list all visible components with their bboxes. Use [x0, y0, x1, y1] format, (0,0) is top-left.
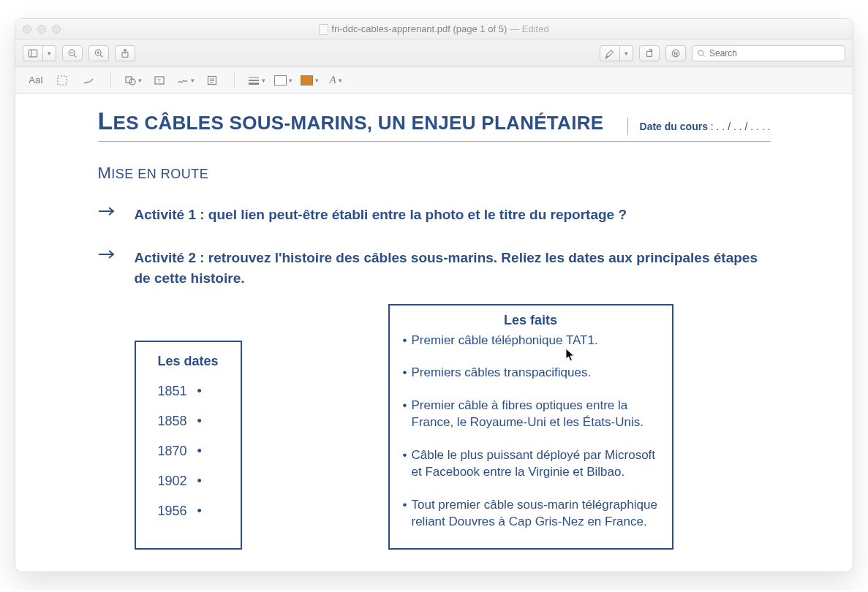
date-field: Date du cours : . . / . . / . . . . — [627, 118, 771, 135]
date-item: 1902• — [158, 474, 219, 489]
document-header: LES CÂBLES SOUS-MARINS, UN ENJEU PLANÉTA… — [98, 107, 771, 142]
border-color-tool[interactable]: ▾ — [271, 72, 295, 89]
shapes-tool[interactable]: ▾ — [121, 72, 145, 89]
svg-point-17 — [129, 79, 135, 85]
svg-rect-0 — [29, 50, 37, 57]
dates-box: Les dates 1851• 1858• 1870• 1902• 1956• — [135, 341, 242, 550]
activity-1-text: Activité 1 : quel lien peut-être établi … — [135, 205, 627, 226]
text-style-tool[interactable]: AaI — [24, 72, 48, 89]
svg-text:T: T — [157, 77, 161, 84]
font-tool[interactable]: A▾ — [324, 72, 347, 89]
section-heading: MISE EN ROUTE — [98, 164, 771, 183]
window-title-text: fri-ddc-cables-apprenant.pdf (page 1 of … — [331, 23, 507, 34]
rotate-button[interactable] — [639, 45, 660, 61]
svg-rect-15 — [58, 76, 67, 85]
svg-line-14 — [703, 54, 705, 56]
svg-rect-11 — [647, 51, 652, 56]
facts-heading: Les faits — [403, 313, 659, 328]
fact-item: •Tout premier câble sous-marin télégraph… — [403, 497, 659, 531]
share-button[interactable] — [115, 45, 135, 61]
activity-2-text: Activité 2 : retrouvez l'histoire des câ… — [135, 248, 771, 289]
draw-tool[interactable] — [77, 72, 100, 89]
fact-item: •Premier câble téléphonique TAT1. — [403, 333, 659, 349]
date-item: 1870• — [158, 444, 219, 459]
border-style-tool[interactable]: ▾ — [245, 72, 268, 89]
date-item: 1858• — [158, 414, 219, 429]
date-item: 1851• — [158, 384, 219, 399]
sign-tool[interactable]: ▾ — [174, 72, 197, 89]
markup-toolbar: AaI ▾ T ▾ ▾ ▾ ▾ — [15, 67, 853, 94]
facts-box: Les faits •Premier câble téléphonique TA… — [388, 304, 673, 550]
window-edited-label: — Edited — [510, 23, 548, 34]
dates-heading: Les dates — [158, 354, 219, 369]
arrow-icon — [98, 206, 116, 219]
matching-exercise: Les dates 1851• 1858• 1870• 1902• 1956• … — [98, 304, 771, 550]
document-icon — [319, 24, 328, 35]
zoom-in-button[interactable] — [88, 45, 109, 61]
selection-tool[interactable] — [50, 72, 74, 89]
sidebar-toggle-button[interactable] — [23, 45, 43, 61]
pdf-page: LES CÂBLES SOUS-MARINS, UN ENJEU PLANÉTA… — [76, 107, 793, 550]
highlight-menu-button[interactable]: ▾ — [620, 45, 633, 61]
search-input[interactable] — [709, 48, 840, 58]
fact-item: •Premiers câbles transpacifiques. — [403, 365, 659, 382]
fact-item: •Premier câble à fibres optiques entre l… — [403, 398, 659, 431]
document-title: LES CÂBLES SOUS-MARINS, UN ENJEU PLANÉTA… — [98, 107, 616, 135]
svg-point-13 — [698, 50, 703, 55]
main-toolbar: ▾ ▾ — [15, 39, 853, 67]
fill-color-tool[interactable]: ▾ — [298, 72, 321, 89]
markup-button[interactable] — [665, 45, 686, 61]
fact-item: •Câble le plus puissant déployé par Micr… — [403, 447, 659, 481]
note-tool[interactable] — [200, 72, 224, 89]
titlebar: fri-ddc-cables-apprenant.pdf (page 1 of … — [15, 19, 853, 39]
search-field[interactable] — [692, 45, 845, 61]
arrow-icon — [98, 249, 116, 262]
document-viewport[interactable]: LES CÂBLES SOUS-MARINS, UN ENJEU PLANÉTA… — [15, 94, 853, 572]
sidebar-menu-button[interactable]: ▾ — [43, 45, 56, 61]
activity-2: Activité 2 : retrouvez l'histoire des câ… — [98, 248, 771, 289]
date-item: 1956• — [158, 504, 219, 519]
window-title: fri-ddc-cables-apprenant.pdf (page 1 of … — [15, 23, 853, 34]
preview-window: fri-ddc-cables-apprenant.pdf (page 1 of … — [15, 18, 853, 572]
zoom-out-button[interactable] — [62, 45, 83, 61]
svg-line-3 — [74, 55, 76, 57]
activity-1: Activité 1 : quel lien peut-être établi … — [98, 205, 771, 226]
svg-line-6 — [100, 55, 102, 57]
highlight-button[interactable] — [600, 45, 620, 61]
text-box-tool[interactable]: T — [148, 72, 171, 89]
search-icon — [697, 49, 706, 58]
